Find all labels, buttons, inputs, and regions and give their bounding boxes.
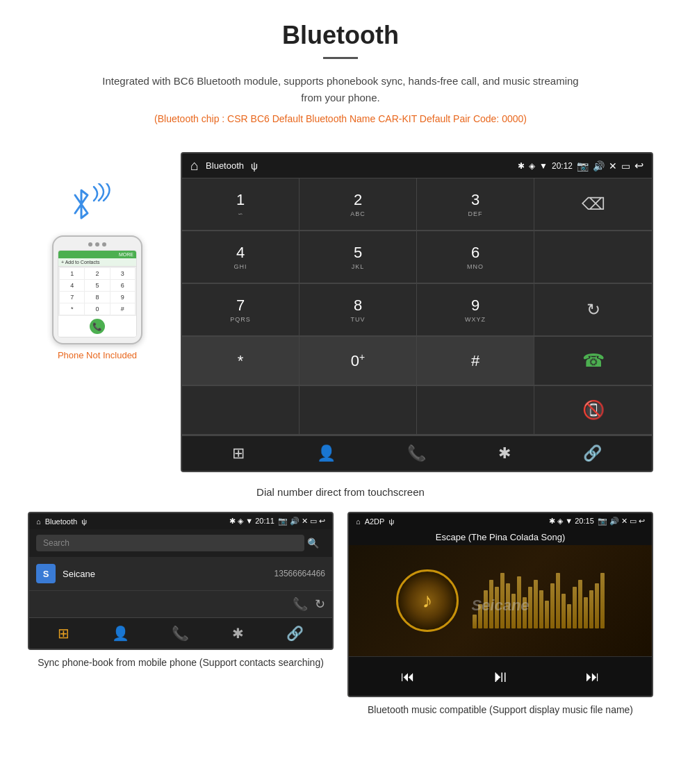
camera-icon: 📷 [577,160,589,172]
pb-bottom-bar: ⊞ 👤 📞 ✱ 🔗 [29,617,332,649]
pb-statusbar: ⌂ Bluetooth ψ ✱ ◈ ▼ 20:11 📷 🔊 ✕ ▭ ↩ [29,513,332,529]
signal-icon: ▼ [539,161,548,171]
pb-contact-row[interactable]: S Seicane 13566664466 [29,557,332,591]
contacts-icon[interactable]: 👤 [317,444,336,462]
main-screen-caption: Dial number direct from touchscreen [0,486,681,498]
page-title: Bluetooth [14,21,667,50]
eq-bar [545,601,549,628]
close-icon[interactable]: ✕ [609,160,617,172]
pb-sync-icon[interactable]: ↻ [315,597,325,612]
car-statusbar: ⌂ Bluetooth ψ ✱ ◈ ▼ 20:12 📷 🔊 ✕ ▭ ↩ [182,153,652,178]
dial-key-8[interactable]: 8TUV [300,284,417,336]
pb-home-icon[interactable]: ⌂ [36,517,41,526]
phone-side: MORE + Add to Contacts 1 2 3 4 5 6 7 8 9… [28,152,167,360]
pb-status-icons2: 📷 🔊 ✕ ▭ ↩ [278,517,325,526]
link-icon[interactable]: 🔗 [583,444,602,462]
eq-bar [489,580,493,628]
phone-key-star[interactable]: * [60,303,84,315]
phone-top-bar [58,242,137,247]
back-icon[interactable]: ↩ [634,159,643,172]
music-home-icon[interactable]: ⌂ [356,517,361,526]
eq-bar [500,573,504,628]
eq-bar [534,580,538,628]
pb-link-icon[interactable]: 🔗 [286,625,304,642]
main-section: MORE + Add to Contacts 1 2 3 4 5 6 7 8 9… [0,145,681,479]
dialpad-row-4: * 0+ # ☎ [182,336,652,385]
specs-text: (Bluetooth chip : CSR BC6 Default Blueto… [14,113,667,124]
eq-bar [584,597,588,628]
phone-dot-3 [102,242,106,247]
bottom-screens-section: ⌂ Bluetooth ψ ✱ ◈ ▼ 20:11 📷 🔊 ✕ ▭ ↩ Sear… [0,512,681,731]
eq-bar [528,587,532,628]
dial-key-3[interactable]: 3DEF [417,178,534,231]
dial-empty-5c [417,386,534,435]
phone-dot-1 [88,242,92,247]
dial-empty-5a [182,386,300,435]
dial-key-9[interactable]: 9WXYZ [417,284,534,336]
pb-contacts-icon[interactable]: 👤 [112,625,129,642]
phone-key-8[interactable]: 8 [85,292,109,303]
dial-key-reload[interactable]: ↻ [534,284,652,336]
phone-contact-bar: + Add to Contacts [58,258,136,267]
dial-key-5[interactable]: 5JKL [300,231,417,283]
dial-key-1[interactable]: 1∽ [182,178,300,231]
eq-bar [600,573,605,628]
eq-bar [567,604,571,628]
eq-bar [495,587,499,628]
phone-bottom-bar: 📞 [58,316,136,337]
phone-key-1[interactable]: 1 [60,268,84,279]
dial-key-4[interactable]: 4GHI [182,231,300,283]
pb-phone-icon[interactable]: 📞 [172,625,189,642]
phone-key-hash[interactable]: # [110,303,135,315]
dial-key-end[interactable]: 📵 [534,386,652,435]
grid-icon[interactable]: ⊞ [232,444,245,462]
pb-search-area: Search 🔍 [29,529,332,557]
dial-key-0[interactable]: 0+ [300,337,417,385]
dial-key-backspace[interactable]: ⌫ [534,178,652,231]
pb-usb-icon: ψ [81,517,87,526]
pb-search-input[interactable]: Search [36,535,304,551]
dial-key-call[interactable]: ☎ [534,337,652,385]
pb-bt-icon[interactable]: ✱ [232,625,244,642]
phone-key-4[interactable]: 4 [60,280,84,291]
eq-bar [550,583,555,628]
eq-bar [511,594,516,628]
phone-key-2[interactable]: 2 [85,268,109,279]
phone-key-0[interactable]: 0 [85,303,109,315]
phone-key-9[interactable]: 9 [110,292,135,303]
signal-waves-icon [90,183,118,218]
eq-bar [484,590,488,628]
eq-bar [556,573,560,628]
dialpad-row-2: 4GHI 5JKL 6MNO [182,231,652,283]
music-status-icons2: 📷 🔊 ✕ ▭ ↩ [598,517,645,526]
statusbar-app-name: Bluetooth [206,160,244,171]
dialpad-row-1: 1∽ 2ABC 3DEF ⌫ [182,178,652,231]
dial-key-6[interactable]: 6MNO [417,231,534,283]
home-icon[interactable]: ⌂ [190,158,199,174]
pb-side-icons: 📞 ↻ [29,591,332,617]
phone-key-5[interactable]: 5 [85,280,109,291]
volume-icon: 🔊 [593,160,605,172]
dial-key-2[interactable]: 2ABC [300,178,417,231]
play-pause-button[interactable]: ⏯ [492,667,509,686]
pb-call-icon[interactable]: 📞 [293,597,308,612]
car-screen: ⌂ Bluetooth ψ ✱ ◈ ▼ 20:12 📷 🔊 ✕ ▭ ↩ 1∽ [181,152,653,472]
dial-key-hash[interactable]: # [417,337,534,385]
eq-bar [539,590,543,628]
phone-call-button[interactable]: 📞 [90,319,105,334]
prev-track-button[interactable]: ⏮ [401,669,415,685]
bluetooth-bottom-icon[interactable]: ✱ [498,444,511,462]
phone-screen: MORE + Add to Contacts 1 2 3 4 5 6 7 8 9… [58,250,137,337]
pb-status-icons: ✱ ◈ ▼ 20:11 [229,517,274,526]
pb-grid-icon[interactable]: ⊞ [58,625,69,642]
phone-key-7[interactable]: 7 [60,292,84,303]
phone-screen-header: MORE [58,251,136,258]
dial-key-star[interactable]: * [182,337,300,385]
next-track-button[interactable]: ⏭ [586,669,600,685]
phone-key-3[interactable]: 3 [110,268,135,279]
usb-icon: ψ [251,160,258,172]
dial-key-7[interactable]: 7PQRS [182,284,300,336]
phone-icon[interactable]: 📞 [407,444,426,462]
phone-key-6[interactable]: 6 [110,280,135,291]
pb-search-icon[interactable]: 🔍 [307,537,319,549]
